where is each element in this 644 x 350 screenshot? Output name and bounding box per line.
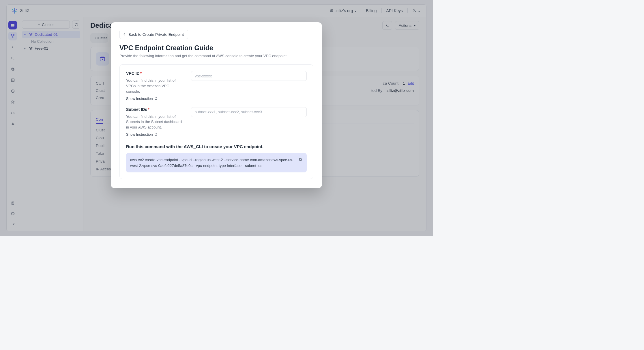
subnet-help: You can find this in your list of Subnet… (126, 114, 182, 131)
chevron-left-icon (123, 33, 126, 36)
subnet-label: Subnet IDs (126, 107, 147, 112)
back-label: Back to Create Private Endpoint (128, 32, 184, 37)
vpc-show-instruction[interactable]: Show Instruction (126, 97, 158, 101)
show-instruction-label: Show Instruction (126, 97, 153, 101)
subnet-ids-input[interactable] (191, 107, 307, 117)
show-instruction-label: Show Instruction (126, 133, 153, 137)
subnet-show-instruction[interactable]: Show Instruction (126, 133, 158, 137)
subnet-field: Subnet IDs* You can find this in your li… (126, 107, 307, 137)
required-mark: * (140, 71, 142, 76)
modal-title: VPC Endpoint Creation Guide (119, 44, 313, 52)
cmd-text: aws ec2 create-vpc-endpoint --vpc-id --r… (130, 158, 293, 168)
vpc-label: VPC ID (126, 71, 140, 76)
svg-rect-21 (300, 159, 302, 161)
external-link-icon (154, 97, 158, 100)
vpc-endpoint-modal: Back to Create Private Endpoint VPC Endp… (111, 22, 322, 188)
copy-button[interactable] (297, 156, 304, 163)
vpc-id-input[interactable] (191, 71, 307, 81)
vpc-help: You can find this in your list of VPCs i… (126, 78, 182, 94)
form-card: VPC ID* You can find this in your list o… (119, 64, 313, 179)
svg-rect-22 (299, 158, 301, 160)
back-button[interactable]: Back to Create Private Endpoint (119, 30, 188, 39)
modal-subtitle: Provide the following information and ge… (119, 54, 313, 58)
vpc-field: VPC ID* You can find this in your list o… (126, 71, 307, 101)
external-link-icon (154, 133, 158, 136)
cmd-title: Run this command with the AWS_CLI to cre… (126, 144, 307, 149)
required-mark: * (148, 107, 149, 112)
code-block: aws ec2 create-vpc-endpoint --vpc-id --r… (126, 153, 307, 172)
modal-overlay[interactable]: Back to Create Private Endpoint VPC Endp… (0, 0, 433, 236)
